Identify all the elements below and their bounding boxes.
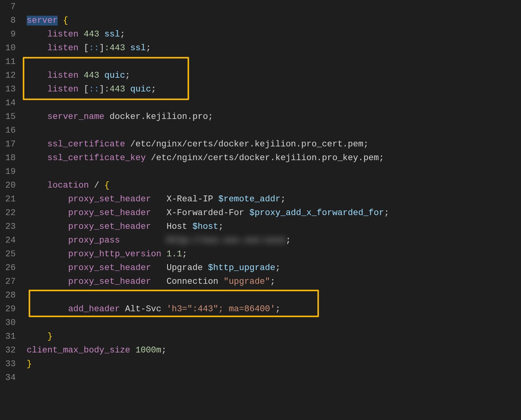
token-brace: {	[104, 181, 109, 190]
token-path: /etc/nginx/certs/docker.kejilion.pro_cer…	[130, 139, 363, 149]
code-line[interactable]: listen 443 ssl;	[27, 27, 521, 41]
token-ssl: ssl	[104, 29, 120, 39]
code-line[interactable]: proxy_set_header Host $host;	[27, 220, 521, 234]
code-line[interactable]: ssl_certificate /etc/nginx/certs/docker.…	[27, 137, 521, 151]
code-line[interactable]: add_header Alt-Svc 'h3=":443"; ma=86400'…	[27, 302, 521, 316]
token-size: 1000m	[135, 345, 161, 355]
line-number: 21	[0, 192, 16, 206]
token-header-name: Connection	[166, 277, 218, 287]
line-number: 18	[0, 151, 16, 165]
line-number: 19	[0, 165, 16, 179]
code-line[interactable]: client_max_body_size 1000m;	[27, 343, 521, 357]
code-line[interactable]: proxy_set_header Upgrade $http_upgrade;	[27, 261, 521, 275]
token-bracket: [	[84, 43, 89, 53]
line-number: 32	[0, 343, 16, 357]
token-var: $host	[192, 222, 218, 232]
code-line[interactable]	[27, 289, 521, 302]
token-var: $http_upgrade	[208, 263, 275, 273]
token-location: location	[47, 181, 89, 190]
token-port: 443	[84, 29, 99, 39]
line-number: 20	[0, 179, 16, 192]
code-line[interactable]: proxy_set_header Connection "upgrade";	[27, 275, 521, 289]
code-line[interactable]: proxy_http_version 1.1;	[27, 247, 521, 261]
code-line[interactable]	[27, 0, 521, 14]
token-listen: listen	[47, 71, 78, 80]
token-brace: }	[27, 359, 32, 369]
token-slash: /	[94, 181, 99, 190]
code-line[interactable]: listen 443 quic;	[27, 69, 521, 82]
line-number: 33	[0, 357, 16, 371]
token-header-name: Upgrade	[166, 263, 202, 273]
code-line[interactable]: proxy_set_header X-Real-IP $remote_addr;	[27, 192, 521, 206]
token-path: /etc/nginx/certs/docker.kejilion.pro_key…	[151, 153, 379, 163]
line-number: 28	[0, 289, 16, 302]
token-proxy-set-header: proxy_set_header	[68, 263, 151, 273]
token-listen: listen	[47, 43, 78, 53]
code-line[interactable]	[27, 165, 521, 179]
line-number: 23	[0, 220, 16, 234]
token-header-name: Host	[166, 222, 187, 232]
code-line[interactable]	[27, 371, 521, 385]
token-version: 1.1	[166, 249, 182, 259]
token-port: :443	[104, 84, 125, 94]
code-line[interactable]: listen [::]:443 ssl;	[27, 41, 521, 55]
token-header-name: X-Forwarded-For	[166, 208, 244, 218]
token-bracket: ]	[99, 43, 104, 53]
line-number: 9	[0, 27, 16, 41]
line-number: 27	[0, 275, 16, 289]
code-line[interactable]: }	[27, 330, 521, 343]
line-number: 8	[0, 14, 16, 27]
token-ipv6: ::	[89, 43, 99, 53]
token-quic: quic	[104, 71, 125, 80]
token-ssl: ssl	[130, 43, 146, 53]
code-line[interactable]	[27, 55, 521, 69]
code-editor[interactable]: 7 8 9 10 11 12 13 14 15 16 17 18 19 20 2…	[0, 0, 521, 420]
token-proxy-set-header: proxy_set_header	[68, 208, 151, 218]
token-ipv6: ::	[89, 84, 99, 94]
token-proxy-http-version: proxy_http_version	[68, 249, 162, 259]
code-line[interactable]: proxy_pass http://xxx.xxx.xxx:xxxx;	[27, 234, 521, 247]
code-line[interactable]	[27, 96, 521, 110]
line-number: 10	[0, 41, 16, 55]
line-number: 26	[0, 261, 16, 275]
line-number: 29	[0, 302, 16, 316]
code-line[interactable]: server {	[27, 14, 521, 27]
line-number: 13	[0, 82, 16, 96]
token-bracket: ]	[99, 84, 104, 94]
code-content[interactable]: server { listen 443 ssl; listen [::]:443…	[23, 0, 521, 420]
token-var: $remote_addr	[219, 194, 281, 204]
token-proxy-url-blurred: http://xxx.xxx.xxx:xxxx	[166, 234, 286, 247]
token-proxy-set-header: proxy_set_header	[68, 277, 151, 287]
code-line[interactable]: location / {	[27, 179, 521, 192]
token-header-name: X-Real-IP	[166, 194, 213, 204]
token-ssl-cert-key: ssl_certificate_key	[47, 153, 146, 163]
line-number-gutter: 7 8 9 10 11 12 13 14 15 16 17 18 19 20 2…	[0, 0, 23, 420]
token-header-name: Alt-Svc	[125, 304, 161, 314]
code-line[interactable]: listen [::]:443 quic;	[27, 82, 521, 96]
token-server: server	[27, 16, 58, 26]
line-number: 17	[0, 137, 16, 151]
code-line[interactable]	[27, 124, 521, 137]
token-port: :443	[104, 43, 125, 53]
line-number: 30	[0, 316, 16, 330]
code-line[interactable]: ssl_certificate_key /etc/nginx/certs/doc…	[27, 151, 521, 165]
line-number: 11	[0, 55, 16, 69]
token-bracket: [	[84, 84, 89, 94]
token-string: "upgrade"	[224, 277, 270, 287]
token-string: 'h3=":443"; ma=86400'	[166, 304, 275, 314]
line-number: 31	[0, 330, 16, 343]
code-line[interactable]: proxy_set_header X-Forwarded-For $proxy_…	[27, 206, 521, 220]
token-quic: quic	[130, 84, 151, 94]
code-line[interactable]: server_name docker.kejilion.pro;	[27, 110, 521, 124]
code-line[interactable]	[27, 316, 521, 330]
line-number: 24	[0, 234, 16, 247]
token-listen: listen	[47, 29, 78, 39]
token-listen: listen	[47, 84, 78, 94]
token-var: $proxy_add_x_forwarded_for	[250, 208, 384, 218]
line-number: 14	[0, 96, 16, 110]
token-brace: }	[47, 332, 53, 341]
code-line[interactable]: }	[27, 357, 521, 371]
token-proxy-set-header: proxy_set_header	[68, 222, 151, 232]
line-number: 7	[0, 0, 16, 14]
token-client-max-body-size: client_max_body_size	[27, 345, 130, 355]
